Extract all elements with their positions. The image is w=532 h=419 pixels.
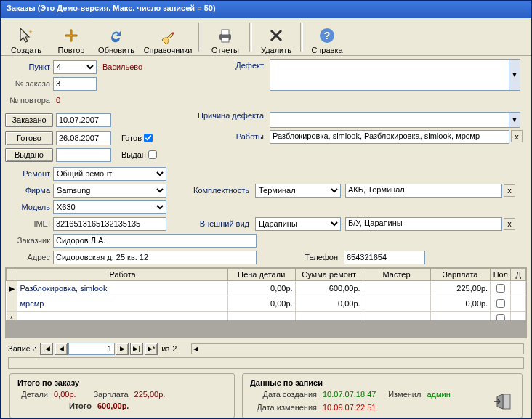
plus-icon — [63, 27, 80, 44]
grid-fill — [6, 320, 526, 338]
svg-rect-2 — [222, 38, 229, 42]
refresh-button[interactable]: Обновить — [94, 20, 139, 54]
punkt-label: Пункт — [5, 62, 53, 71]
repeat-no-value: 0 — [56, 96, 60, 105]
record-info-panel: Данные по записи Дата создания 10.07.07.… — [242, 373, 523, 418]
complect-label: Комплектность — [166, 186, 255, 195]
complect-value: АКБ, Терминал — [345, 184, 502, 198]
look-value: Б/У, Царапины — [345, 217, 502, 231]
customer-input[interactable] — [53, 234, 257, 248]
help-button[interactable]: ?Справка — [305, 20, 350, 54]
repair-select[interactable]: Общий ремонт — [53, 167, 166, 181]
address-input[interactable] — [53, 251, 257, 264]
issued-checkbox[interactable] — [148, 150, 157, 159]
exit-button[interactable] — [493, 393, 513, 410]
hscroll-2[interactable] — [8, 357, 524, 369]
issued-cb-label: Выдан — [121, 150, 146, 159]
create-button[interactable]: Создать — [4, 20, 49, 54]
look-select[interactable]: Царапины — [255, 217, 341, 231]
record-navigator: Запись: |◀ ◀ ▶ ▶| ▶* из 2 ◀ — [5, 341, 527, 356]
nav-label: Запись: — [8, 344, 36, 353]
defect-label: Дефект — [175, 59, 270, 70]
ready-button[interactable]: Готово — [5, 131, 53, 145]
punkt-text: Васильево — [102, 62, 142, 71]
grid-corner — [7, 269, 17, 281]
svg-rect-1 — [222, 30, 229, 35]
x-icon — [267, 27, 285, 44]
separator — [249, 23, 252, 52]
col-work[interactable]: Работа — [17, 269, 227, 281]
works-label: Работы — [175, 130, 270, 141]
works-grid[interactable]: Работа Цена детали Сумма ремонт Мастер З… — [5, 267, 527, 338]
window-title: Заказы (Это Демо-версия. Макс. число зап… — [1, 1, 531, 18]
works-clear-button[interactable]: x — [511, 130, 523, 142]
p-checkbox[interactable] — [496, 299, 505, 308]
col-part[interactable]: Цена детали — [227, 269, 295, 281]
defect-textarea[interactable] — [270, 59, 509, 91]
look-label: Внешний вид — [166, 219, 255, 228]
toolbar: Создать Повтор Обновить Справочники Отче… — [1, 18, 531, 56]
col-salary[interactable]: Зарплата — [430, 269, 491, 281]
issued-button[interactable]: Выдано — [5, 148, 53, 162]
phone-input[interactable] — [344, 251, 425, 264]
firm-label: Фирма — [5, 186, 53, 195]
nav-next-button[interactable]: ▶ — [116, 343, 129, 355]
nav-prev-button[interactable]: ◀ — [55, 343, 68, 355]
ordered-button[interactable]: Заказано — [5, 113, 53, 127]
p-checkbox[interactable] — [496, 284, 505, 293]
table-row[interactable]: мрсмр 0,00р. 0,00р. 0,00р. — [7, 296, 526, 312]
punkt-select[interactable]: 4 — [53, 60, 97, 74]
hscrollbar[interactable]: ◀ — [191, 343, 524, 354]
order-total-panel: Итого по заказу Детали 0,00р. Зарплата 2… — [9, 373, 235, 418]
dictionaries-button[interactable]: Справочники — [139, 20, 197, 54]
nav-first-button[interactable]: |◀ — [40, 343, 53, 355]
reports-button[interactable]: Отчеты — [203, 20, 248, 54]
cause-dropdown[interactable]: ▼ — [509, 112, 520, 128]
repeat-button[interactable]: Повтор — [49, 20, 94, 54]
model-select[interactable]: X630 — [53, 200, 166, 214]
cause-textarea[interactable] — [270, 112, 509, 128]
look-clear-button[interactable]: x — [504, 218, 515, 230]
complect-clear-button[interactable]: x — [504, 184, 515, 197]
repeat-no-label: № повтора — [5, 96, 53, 105]
ready-cb-label: Готов — [121, 134, 142, 142]
col-p[interactable]: Пол — [491, 269, 511, 281]
cursor-star-icon — [17, 27, 35, 44]
order-total-title: Итого по заказу — [17, 378, 227, 387]
svg-rect-5 — [503, 394, 510, 409]
issued-date-input[interactable] — [56, 148, 111, 162]
cause-label: Причина дефекта — [175, 112, 270, 120]
firm-select[interactable]: Samsung — [53, 184, 166, 198]
refresh-icon — [108, 27, 125, 44]
separator — [300, 23, 303, 52]
hand-pencil-icon — [159, 27, 177, 44]
works-value: Разблокировка, simlook, Разблокировка, s… — [270, 130, 509, 144]
phone-label: Телефон — [257, 253, 344, 261]
ordered-date-input[interactable] — [56, 113, 111, 127]
imei-input[interactable] — [53, 217, 166, 231]
nav-pos-input[interactable] — [68, 343, 115, 355]
printer-icon — [217, 27, 234, 44]
repair-label: Ремонт — [5, 169, 53, 178]
row-selector-icon[interactable]: ▶ — [7, 281, 17, 296]
record-info-title: Данные по записи — [250, 378, 515, 387]
nav-of: из — [161, 344, 169, 353]
address-label: Адрес — [5, 253, 53, 261]
defect-dropdown[interactable]: ▼ — [509, 59, 520, 91]
question-icon: ? — [318, 27, 336, 44]
col-master[interactable]: Мастер — [363, 269, 430, 281]
nav-last-button[interactable]: ▶| — [130, 343, 143, 355]
complect-select[interactable]: Терминал — [255, 184, 341, 198]
model-label: Модель — [5, 203, 53, 211]
separator — [198, 23, 201, 52]
nav-total: 2 — [172, 344, 177, 353]
col-d[interactable]: Д — [511, 269, 526, 281]
table-row[interactable]: ▶ Разблокировка, simlook 0,00р. 600,00р.… — [7, 281, 526, 296]
ready-date-input[interactable] — [56, 131, 111, 145]
delete-button[interactable]: Удалить — [254, 20, 299, 54]
ready-checkbox[interactable] — [144, 134, 153, 142]
nav-new-button[interactable]: ▶* — [145, 343, 158, 355]
col-sum[interactable]: Сумма ремонт — [295, 269, 363, 281]
order-no-input[interactable] — [53, 77, 97, 91]
order-no-label: № заказа — [5, 79, 53, 88]
